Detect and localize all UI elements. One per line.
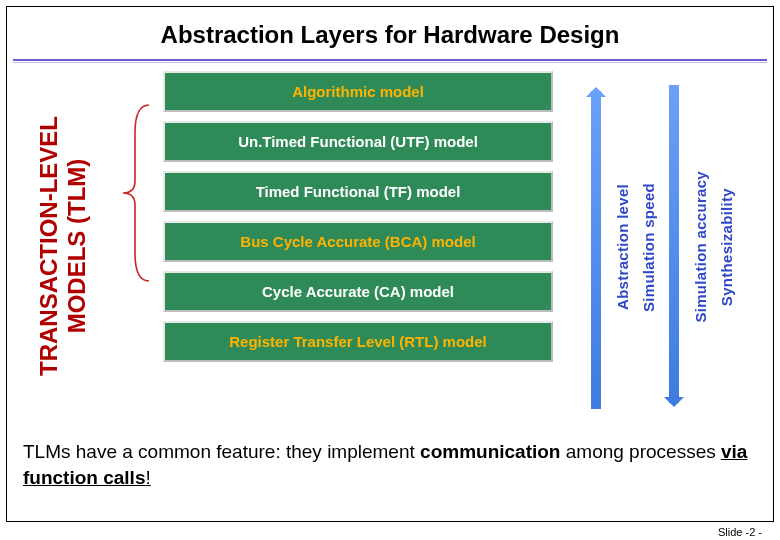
footer-bold1: communication (420, 441, 560, 462)
model-box-bca: Bus Cycle Accurate (BCA) model (163, 221, 553, 262)
label-simulation-speed: Simulation speed (640, 183, 657, 312)
footer-caption: TLMs have a common feature: they impleme… (23, 439, 757, 490)
model-box-algorithmic: Algorithmic model (163, 71, 553, 112)
model-box-tf: Timed Functional (TF) model (163, 171, 553, 212)
footer-post: ! (145, 467, 150, 488)
label-abstraction-level: Abstraction level (614, 184, 631, 310)
tlm-line1: TRANSACTION-LEVEL (35, 116, 62, 376)
model-box-ca: Cycle Accurate (CA) model (163, 271, 553, 312)
slide-frame: Abstraction Layers for Hardware Design T… (6, 6, 774, 522)
divider (13, 59, 767, 63)
slide-number: Slide -2 - (718, 526, 762, 538)
footer-mid: among processes (560, 441, 721, 462)
label-simulation-accuracy: Simulation accuracy (692, 171, 709, 323)
model-box-utf: Un.Timed Functional (UTF) model (163, 121, 553, 162)
label-synthesizability: Synthesizability (718, 188, 735, 306)
arrow-up-icon (583, 81, 609, 413)
page-title: Abstraction Layers for Hardware Design (7, 7, 773, 59)
model-box-rtl: Register Transfer Level (RTL) model (163, 321, 553, 362)
arrow-down-icon (661, 81, 687, 413)
tlm-vertical-label: TRANSACTION-LEVEL MODELS (TLM) (35, 81, 91, 411)
down-labels: Simulation accuracy Synthesizability (687, 81, 739, 413)
model-box-stack: Algorithmic model Un.Timed Functional (U… (163, 71, 553, 362)
right-arrow-group: Abstraction level Simulation speed Simul… (583, 81, 753, 413)
curly-bracket-icon (121, 103, 151, 283)
diagram-area: TRANSACTION-LEVEL MODELS (TLM) Algorithm… (13, 71, 767, 431)
up-labels: Abstraction level Simulation speed (609, 81, 661, 413)
tlm-line2: MODELS (TLM) (63, 81, 91, 411)
footer-pre: TLMs have a common feature: they impleme… (23, 441, 420, 462)
